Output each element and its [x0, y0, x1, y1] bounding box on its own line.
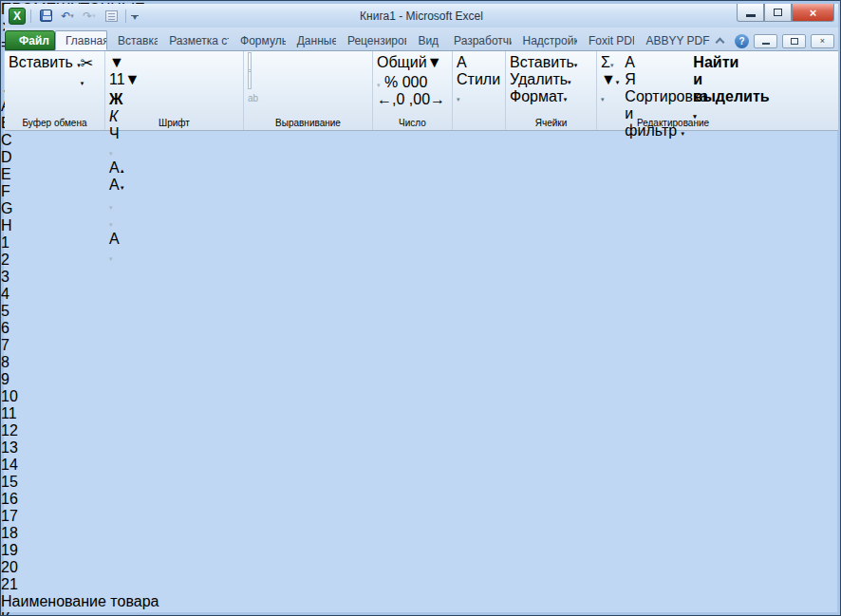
tab-данные[interactable]: Данные	[287, 30, 337, 50]
chevron-up-icon	[715, 38, 724, 47]
tab-вставка[interactable]: Вставка	[107, 30, 159, 50]
wrap-text-icon[interactable]: ab	[248, 93, 258, 103]
collapse-ribbon-button[interactable]	[709, 33, 730, 48]
cell-A1-name-header[interactable]: Наименование товара	[1, 593, 840, 610]
group-styles: A Стили ▾	[453, 51, 506, 130]
tab-главная[interactable]: Главная	[55, 30, 107, 50]
row-header-20[interactable]: 20	[1, 559, 840, 576]
row-header-19[interactable]: 19	[1, 542, 840, 559]
decrease-decimal-button[interactable]: ,00→	[409, 91, 445, 107]
row-header-16[interactable]: 16	[1, 491, 840, 508]
minimize-icon	[746, 14, 756, 17]
sigma-icon: Σ	[601, 54, 610, 70]
save-icon	[40, 9, 52, 22]
fill-down-icon: ▼	[601, 71, 616, 87]
tab-надстройки[interactable]: Надстройки	[513, 30, 578, 50]
group-editing: Σ▾ ▼▾ ▾ AЯ Сортировка и фильтр ▾ Найти и…	[597, 51, 749, 130]
restore-button[interactable]	[764, 4, 792, 22]
row-header-11[interactable]: 11	[1, 405, 840, 422]
number-format-combobox[interactable]: Общий▼	[377, 54, 447, 71]
tab-рецензирова[interactable]: Рецензирова	[337, 30, 407, 50]
save-button[interactable]	[36, 8, 55, 25]
group-label: Ячейки	[506, 118, 596, 128]
group-clipboard: Вставить ▾ ✂ ▾ Буфер обмена	[5, 51, 105, 130]
row-header-10[interactable]: 10	[1, 388, 840, 405]
styles-button[interactable]: A Стили ▾	[457, 54, 501, 105]
tab-abbyy-pdf-tr[interactable]: ABBYY PDF Tr	[635, 30, 712, 50]
group-number: Общий▼ ▾ % 000 ←,0 ,00→ Число	[373, 51, 453, 130]
form-icon	[105, 10, 118, 22]
window-controls: ×	[737, 4, 834, 22]
tab-вид[interactable]: Вид	[407, 30, 443, 50]
quick-access-toolbar: X ↶▾ ↷▾ ▾	[5, 8, 139, 25]
workbook-minimize-button[interactable]	[754, 34, 777, 48]
row-header-21[interactable]: 21	[1, 576, 840, 593]
bold-button[interactable]: Ж	[109, 91, 239, 108]
tab-разработчик[interactable]: Разработчик	[443, 30, 512, 50]
customize-qat-button[interactable]: ▾	[131, 12, 139, 20]
row-header-3[interactable]: 3	[1, 269, 840, 286]
excel-window: X ↶▾ ↷▾ ▾ Книга1 - Microsoft Excel × Фай…	[0, 0, 841, 616]
sort-filter-icon: AЯ	[625, 54, 636, 87]
separator	[125, 9, 126, 23]
fill-button[interactable]: ▼▾	[601, 71, 619, 88]
ribbon-right-controls: ? ×	[709, 33, 834, 48]
row-header-17[interactable]: 17	[1, 508, 840, 525]
help-button[interactable]: ?	[735, 34, 749, 48]
cut-icon: ✂	[81, 55, 93, 71]
insert-cells-button[interactable]: Вставить▾	[510, 54, 592, 71]
workbook-restore-button[interactable]	[782, 34, 806, 48]
group-label: Выравнивание	[244, 118, 372, 128]
tab-формулы[interactable]: Формулы	[230, 30, 287, 50]
group-alignment: ab Выравнивание	[244, 51, 373, 130]
paste-button[interactable]: Вставить ▾	[9, 54, 81, 89]
delete-cells-button[interactable]: Удалить▾	[510, 71, 592, 88]
workbook-close-button[interactable]: ×	[811, 34, 834, 48]
percent-style-button[interactable]: %	[384, 74, 398, 90]
font-name-combobox[interactable]: ▼	[109, 54, 204, 71]
cut-button[interactable]: ✂	[81, 54, 93, 72]
group-label: Число	[373, 118, 452, 128]
ribbon-tab-row: ФайлГлавнаяВставкаРазметка стрФормулыДан…	[5, 28, 838, 50]
comma-style-button[interactable]: 000	[402, 74, 428, 90]
excel-logo-icon[interactable]: X	[9, 8, 26, 25]
row-header-12[interactable]: 12	[1, 422, 840, 439]
row-header-9[interactable]: 9	[1, 371, 840, 388]
font-color-button[interactable]: A	[109, 231, 239, 248]
increase-decimal-button[interactable]: ←,0	[377, 91, 404, 107]
shrink-font-button[interactable]: А▼	[109, 177, 239, 194]
close-icon: ×	[820, 36, 825, 46]
close-button[interactable]: ×	[792, 4, 834, 22]
row-header-7[interactable]: 7	[1, 337, 840, 354]
autosum-button[interactable]: Σ▾	[601, 54, 619, 71]
restore-icon	[774, 9, 782, 16]
tab-file[interactable]: Файл	[5, 30, 55, 50]
styles-icon: A	[457, 54, 466, 70]
tab-foxit-pdf[interactable]: Foxit PDF	[578, 30, 635, 50]
row-header-6[interactable]: 6	[1, 320, 840, 337]
row-header-13[interactable]: 13	[1, 439, 840, 457]
row-header-5[interactable]: 5	[1, 303, 840, 320]
group-label: Шрифт	[105, 118, 243, 128]
font-size-combobox[interactable]: 11▼	[109, 71, 145, 88]
quick-grid-button[interactable]	[102, 8, 121, 25]
clear-button[interactable]: ▾	[601, 88, 619, 105]
merge-center-icon[interactable]	[248, 69, 252, 89]
redo-button[interactable]: ↷▾	[80, 8, 99, 25]
minimize-button[interactable]	[737, 4, 764, 22]
cell-B1-qty-header[interactable]: Количество	[1, 610, 840, 616]
row-header-18[interactable]: 18	[1, 525, 840, 542]
format-cells-button[interactable]: Формат▾	[510, 88, 592, 105]
row-header-15[interactable]: 15	[1, 474, 840, 491]
group-cells: Вставить▾ Удалить▾ Формат▾ Ячейки	[506, 51, 597, 130]
close-icon: ×	[810, 6, 817, 20]
row-header-8[interactable]: 8	[1, 354, 840, 371]
row-header-14[interactable]: 14	[1, 457, 840, 474]
separator	[30, 9, 31, 23]
tab-разметка-стр[interactable]: Разметка стр	[159, 30, 230, 50]
row-header-4[interactable]: 4	[1, 286, 840, 303]
grow-font-button[interactable]: А▲	[109, 159, 239, 177]
group-label: Редактирование	[597, 118, 749, 128]
undo-button[interactable]: ↶▾	[58, 8, 77, 25]
copy-button[interactable]: ▾	[81, 72, 93, 89]
